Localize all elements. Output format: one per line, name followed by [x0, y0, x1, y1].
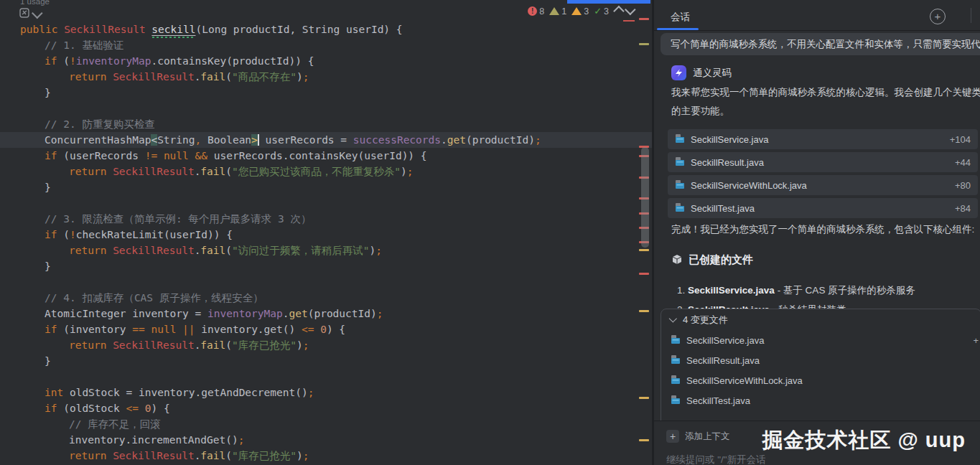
code-line[interactable] [0, 274, 652, 290]
code-line[interactable]: return SeckillResult.fail("库存已抢光"); [0, 448, 652, 464]
changed-file-row[interactable]: SeckillTest.java [661, 390, 980, 410]
chat-header: 会话 [654, 0, 980, 31]
tab-session[interactable]: 会话 [661, 9, 700, 28]
java-file-icon [675, 156, 685, 169]
ai-chat-panel: 会话 写个简单的商城秒杀系统，不用关心配置文件和实体等，只需简要实现代码逻 通义… [654, 0, 980, 465]
java-file-icon [671, 375, 681, 387]
stripe-mark [639, 310, 649, 312]
changed-files-panel: 4 变更文件 SeckillService.java+SeckillResult… [661, 309, 980, 422]
code-line[interactable]: // 1. 基础验证 [0, 37, 652, 53]
completion-text: 完成！我已经为您实现了一个简单的商城秒杀系统，包含以下核心组件: [671, 223, 980, 236]
java-file-icon [675, 133, 685, 146]
code-line[interactable]: public SeckillResult seckill(Long produc… [0, 22, 652, 37]
prev-issue-button[interactable] [613, 6, 625, 17]
assistant-header: 通义灵码 [671, 65, 732, 80]
code-line[interactable]: return SeckillResult.fail("商品不存在"); [0, 69, 652, 85]
tab-active-underline [657, 28, 699, 30]
changed-files-header[interactable]: 4 变更文件 [661, 309, 980, 330]
java-file-icon [671, 395, 681, 407]
file-name: SeckillResult.java [686, 355, 760, 366]
file-chip[interactable]: SeckillService.java+104 [668, 129, 978, 149]
chevron-down-icon [669, 314, 677, 322]
code-line[interactable]: return SeckillResult.fail("库存已抢光"); [0, 337, 652, 353]
code-line[interactable]: if (!inventoryMap.containsKey(productId)… [0, 53, 652, 69]
intro-line: 的主要功能。 [671, 102, 980, 121]
file-name: SeckillService.java [686, 335, 764, 346]
code-line[interactable] [0, 100, 652, 116]
code-line[interactable]: int oldStock = inventory.getAndDecrement… [0, 385, 652, 400]
code-line[interactable]: // 4. 扣减库存（CAS 原子操作，线程安全） [0, 290, 652, 306]
chat-input-area[interactable]: 添加上下文 掘金技术社区 @ uup 继续提问或 "/"新开会话 [654, 421, 980, 465]
code-line[interactable] [0, 369, 652, 385]
file-chip[interactable]: SeckillServiceWithLock.java+80 [668, 175, 978, 195]
stripe-mark [639, 249, 649, 251]
code-editor[interactable]: 1 usage ! 8 1 3 ✓ 3 public SeckillResult… [0, 0, 652, 465]
chat-input-placeholder[interactable]: 继续提问或 "/"新开会话 [666, 454, 766, 465]
java-file-icon [671, 334, 681, 347]
code-line[interactable]: // 3. 限流检查（简单示例: 每个用户最多请求 3 次） [0, 211, 652, 227]
code-line[interactable]: } [0, 85, 652, 100]
usage-hint[interactable]: 1 usage [20, 0, 50, 6]
changed-file-row[interactable]: SeckillService.java+ [661, 330, 980, 350]
code-line[interactable]: ConcurrentHashMap<String, Boolean> userR… [0, 132, 652, 148]
changed-file-row[interactable]: SeckillServiceWithLock.java [661, 370, 980, 390]
code-line[interactable]: return SeckillResult.fail("您已购买过该商品，不能重复… [0, 164, 652, 179]
code-lines[interactable]: public SeckillResult seckill(Long produc… [0, 22, 652, 464]
typo-count[interactable]: ✓ 3 [594, 6, 609, 17]
code-line[interactable]: } [0, 353, 652, 369]
typo-icon: ✓ [594, 6, 602, 17]
editor-scrollbar[interactable] [641, 147, 649, 248]
code-line[interactable]: if (!checkRateLimit(userId)) { [0, 227, 652, 243]
stripe-mark [639, 397, 649, 399]
code-line[interactable]: if (inventory == null || inventory.get()… [0, 321, 652, 337]
intro-line: 我来帮您实现一个简单的商城秒杀系统的核心逻辑。我会创建几个关键类来展 [671, 83, 980, 102]
code-line[interactable]: AtomicInteger inventory = inventoryMap.g… [0, 306, 652, 321]
stripe-mark [639, 18, 649, 20]
new-session-button[interactable] [930, 9, 946, 24]
stripe-mark [639, 439, 649, 441]
inspections-widget[interactable]: ! 8 1 3 ✓ 3 [528, 6, 635, 17]
header-divider [971, 8, 971, 23]
code-line[interactable] [0, 195, 652, 211]
lines-added-count: +80 [955, 180, 971, 191]
error-count[interactable]: ! 8 [528, 6, 544, 17]
code-line[interactable]: inventory.incrementAndGet(); [0, 432, 652, 448]
file-chip[interactable]: SeckillResult.java+44 [668, 152, 978, 172]
lines-added-count: +84 [955, 203, 971, 214]
error-icon: ! [528, 6, 537, 16]
file-name: SeckillServiceWithLock.java [691, 180, 949, 191]
add-context-button[interactable]: 添加上下文 [666, 430, 730, 443]
changed-file-row[interactable]: SeckillResult.java [661, 350, 980, 370]
java-file-icon [675, 179, 685, 192]
watermark: 掘金技术社区 @ uup [762, 426, 966, 455]
assistant-avatar-icon [671, 65, 686, 80]
java-file-icon [675, 202, 685, 215]
weak-warning-icon [549, 7, 559, 15]
lines-added-count: + [973, 335, 979, 346]
created-files-heading: 已创建的文件 [671, 253, 753, 267]
warning-icon [571, 7, 582, 15]
file-name: SeckillResult.java [691, 157, 949, 168]
code-line[interactable]: } [0, 179, 652, 195]
ai-assistant-icon [19, 8, 29, 21]
file-chip[interactable]: SeckillTest.java+84 [668, 198, 978, 218]
ai-codelens[interactable] [19, 8, 42, 21]
code-line[interactable]: // 2. 防重复购买检查 [0, 116, 652, 132]
plus-icon [666, 430, 679, 443]
stripe-mark [639, 273, 649, 275]
code-line[interactable]: if (oldStock <= 0) { [0, 400, 652, 416]
next-issue-button[interactable] [625, 4, 636, 16]
file-name: SeckillTest.java [686, 395, 750, 406]
code-line[interactable]: return SeckillResult.fail("访问过于频繁，请稍后再试"… [0, 243, 652, 258]
created-file-item: 1. SeckillService.java - 基于 CAS 原子操作的秒杀服… [677, 281, 980, 300]
warning-count[interactable]: 3 [571, 6, 589, 17]
code-line[interactable]: if (userRecords != null && userRecords.c… [0, 148, 652, 164]
file-name: SeckillTest.java [691, 203, 949, 214]
assistant-name: 通义灵码 [693, 67, 732, 80]
code-line[interactable]: // 库存不足，回滚 [0, 416, 652, 432]
chevron-down-icon [32, 7, 43, 19]
java-file-icon [671, 354, 681, 367]
weak-warning-count[interactable]: 1 [549, 6, 566, 17]
package-icon [671, 253, 683, 267]
code-line[interactable]: } [0, 258, 652, 274]
